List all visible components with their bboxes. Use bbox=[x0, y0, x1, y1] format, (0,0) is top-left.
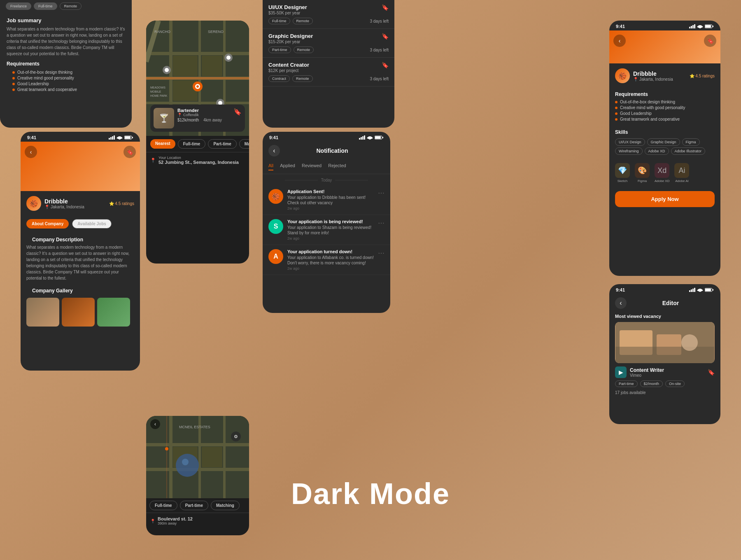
svg-point-60 bbox=[165, 447, 168, 450]
editor-job-info: Content Writer Vimeo bbox=[630, 367, 704, 378]
back-button-editor[interactable]: ‹ bbox=[615, 297, 627, 309]
filter-fulltime-bottom[interactable]: Full-time bbox=[149, 501, 177, 510]
about-header: ‹ 🔖 bbox=[21, 142, 140, 191]
svg-rect-34 bbox=[359, 138, 360, 140]
card-job-summary: Freelance Full-time Remote Job summary W… bbox=[0, 0, 132, 128]
editor-tag-salary: $2/month bbox=[640, 380, 663, 387]
notif-item-rejected[interactable]: A Your application turned down! Your app… bbox=[263, 245, 390, 275]
gallery-img-2 bbox=[62, 298, 95, 327]
req-apply-3: Good Leadership bbox=[615, 111, 715, 116]
gallery-img-3 bbox=[97, 298, 130, 327]
bookmark-button-about[interactable]: 🔖 bbox=[124, 146, 136, 158]
skill-icon-figma: 🎨 Figma bbox=[635, 163, 650, 183]
bookmark-editor[interactable]: 🔖 bbox=[708, 369, 715, 376]
location-pin-icon: 📍 bbox=[150, 158, 156, 163]
tag-freelance[interactable]: Freelance bbox=[6, 2, 31, 10]
notif-tab-all[interactable]: All bbox=[268, 163, 273, 170]
tag-remote[interactable]: Remote bbox=[60, 2, 82, 10]
apply-now-button[interactable]: Apply Now bbox=[615, 191, 715, 207]
bookmark-icon[interactable]: 🔖 bbox=[233, 108, 242, 128]
notif-more-rejected[interactable]: ⋯ bbox=[378, 249, 384, 271]
company-rating-about: ⭐ 4.5 ratings bbox=[109, 201, 134, 206]
notif-tabs-row: All Applied Reviewed Rejected bbox=[263, 160, 390, 174]
skill-wire: Wireframing bbox=[615, 147, 643, 155]
svg-rect-64 bbox=[691, 289, 692, 292]
back-button-notif[interactable]: ‹ bbox=[268, 145, 280, 156]
job-title-graphic: Graphic Designer bbox=[268, 33, 313, 39]
card-about-company: 9:41 ‹ 🔖 🏀 Dribbble 📍Jakarta, Indonesia … bbox=[21, 132, 140, 371]
bookmark-graphic[interactable]: 🔖 bbox=[382, 33, 389, 40]
back-button-apply[interactable]: ‹ bbox=[613, 35, 626, 47]
svg-rect-42 bbox=[691, 26, 692, 28]
notif-avatar-alfabank: A bbox=[268, 249, 283, 264]
status-bar-about: 9:41 bbox=[21, 132, 140, 142]
notif-item-reviewed[interactable]: S Your application is being reviewed! Yo… bbox=[263, 215, 390, 245]
skill-graphic: Graphic Design bbox=[647, 138, 680, 146]
gallery-section: Company Gallery bbox=[21, 283, 140, 328]
req-item-3: Good Leadership bbox=[12, 82, 119, 86]
company-info-apply: 🏀 Dribbble 📍Jakarta, Indonesia ⭐ 4.5 rat… bbox=[609, 63, 720, 88]
bartender-popup[interactable]: 🍸 Bartender 📍Coffendik $12k/month 4km aw… bbox=[150, 105, 245, 132]
tab-about-company[interactable]: About Company bbox=[26, 219, 69, 229]
notif-more-reviewed[interactable]: ⋯ bbox=[378, 219, 384, 240]
card-editor: 9:41 ‹ Editor Most viewed vacancy ▶ Cont bbox=[609, 284, 720, 424]
job-summary-text: What separates a modern technology from … bbox=[7, 26, 125, 57]
bartender-distance: 4km away bbox=[203, 118, 222, 122]
job-item-ux[interactable]: UI/UX Designer 🔖 $35-50K per year Full-t… bbox=[263, 0, 394, 29]
notif-body-rejected: Your application to Alfabank co. is turn… bbox=[287, 255, 374, 266]
filter-matching[interactable]: Matching bbox=[239, 139, 249, 149]
bookmark-content[interactable]: 🔖 bbox=[382, 62, 389, 68]
about-tabs: About Company Available Jobs bbox=[21, 216, 140, 232]
company-info-about: 🏀 Dribbble 📍Jakarta, Indonesia ⭐ 4.5 rat… bbox=[21, 191, 140, 216]
filter-fulltime[interactable]: Full-time bbox=[178, 139, 206, 149]
notif-tab-applied[interactable]: Applied bbox=[280, 163, 295, 170]
notif-time-reviewed: 2w ago bbox=[287, 236, 374, 240]
job-title-content: Content Creator bbox=[268, 62, 309, 68]
bookmark-ux[interactable]: 🔖 bbox=[382, 4, 389, 11]
svg-rect-29 bbox=[112, 136, 113, 140]
bookmark-button-apply[interactable]: 🔖 bbox=[704, 35, 716, 47]
company-location-about: 📍Jakarta, Indonesia bbox=[44, 205, 84, 209]
tag-fulltime[interactable]: Full-time bbox=[34, 2, 57, 10]
tab-available-jobs[interactable]: Available Jobs bbox=[72, 219, 112, 229]
notif-time-sent: 2w ago bbox=[287, 206, 374, 210]
req-item-4: Great teamwork and cooperative bbox=[12, 87, 119, 92]
req-item-1: Out-of-the-box design thinking bbox=[12, 70, 119, 75]
notif-header-row: ‹ Notification bbox=[263, 142, 390, 160]
notif-tab-rejected[interactable]: Rejected bbox=[328, 163, 346, 170]
notif-item-sent[interactable]: 🏀 Application Sent! Your application to … bbox=[263, 185, 390, 215]
filter-parttime-bottom[interactable]: Part-time bbox=[180, 501, 208, 510]
company-logo-apply: 🏀 bbox=[615, 68, 630, 83]
notif-title-reviewed: Your application is being reviewed! bbox=[287, 219, 374, 224]
filter-nearest[interactable]: Nearest bbox=[150, 139, 175, 149]
bartender-title: Bartender bbox=[177, 108, 222, 113]
svg-text:SERENO: SERENO bbox=[208, 30, 224, 34]
svg-point-57 bbox=[176, 454, 199, 477]
filter-matching-bottom[interactable]: Matching bbox=[211, 501, 240, 510]
svg-rect-9 bbox=[202, 56, 222, 76]
editor-tags: Part-time $2/month On-site bbox=[615, 380, 715, 387]
location-row: 📍 Your Location 52 Jumbing St., Semarang… bbox=[146, 152, 249, 168]
svg-rect-43 bbox=[692, 25, 694, 28]
tag-remote-graphic: Remote bbox=[294, 47, 314, 53]
status-icons-about bbox=[109, 135, 133, 140]
notif-content-reviewed: Your application is being reviewed! Your… bbox=[287, 219, 374, 240]
svg-text:RANCHO: RANCHO bbox=[154, 30, 170, 34]
location-label: Your Location bbox=[158, 156, 239, 160]
filter-parttime[interactable]: Part-time bbox=[208, 139, 236, 149]
notif-tab-reviewed[interactable]: Reviewed bbox=[302, 163, 322, 170]
skills-tags-section: UI/UX Design Graphic Design Figma Wirefr… bbox=[609, 137, 720, 160]
svg-rect-8 bbox=[173, 56, 198, 76]
bartender-salary: $12k/month bbox=[177, 118, 199, 122]
skills-title-apply: Skills bbox=[609, 126, 720, 137]
back-button-map-bottom[interactable]: ‹ bbox=[150, 419, 160, 429]
sketch-icon-box: 💎 bbox=[615, 163, 630, 178]
job-item-content[interactable]: Content Creator 🔖 $12K per project Contr… bbox=[263, 58, 394, 86]
filter-row-bottom: Full-time Part-time Matching bbox=[146, 498, 249, 513]
jobs-available-count: 17 jobs available bbox=[615, 390, 715, 395]
notif-more-sent[interactable]: ⋯ bbox=[378, 189, 384, 210]
back-button-about[interactable]: ‹ bbox=[25, 146, 37, 158]
job-item-graphic[interactable]: Graphic Designer 🔖 $15-20K per year Part… bbox=[263, 29, 394, 58]
status-time-notif: 9:41 bbox=[269, 135, 278, 140]
company-name-apply: Dribbble bbox=[633, 70, 673, 77]
